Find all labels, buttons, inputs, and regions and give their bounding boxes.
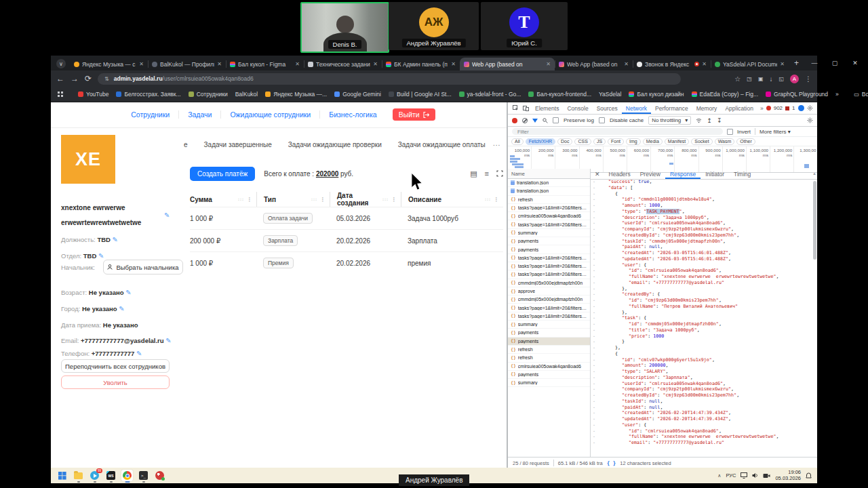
table-row[interactable]: 200 000 ₽Зарплата20.02.2026Зарплата (190, 229, 503, 251)
bookmark-item[interactable]: Бал кукол дизайн (629, 91, 684, 98)
nav-item-Ожидающие сотрудники[interactable]: Ожидающие сотрудники (221, 110, 320, 119)
bookmark-item[interactable]: Яндекс Музыка —... (265, 91, 327, 98)
all-bookmarks-button[interactable]: ▭Все закладки (854, 91, 868, 98)
response-json-view[interactable]: -"success": true,-"data": [-{-"id": "cmm… (591, 179, 817, 457)
language-indicator[interactable]: РУС (726, 472, 736, 479)
reassign-employees-button[interactable]: Переподчинить всех сотрудников (61, 359, 170, 373)
edit-field-icon[interactable]: ✎ (165, 337, 171, 344)
detail-tab-initiator[interactable]: Initiator (701, 169, 729, 179)
network-request-row[interactable]: {}approve (508, 287, 590, 296)
site-settings-icon[interactable]: ⇅ (104, 76, 109, 82)
filter-chip-Img[interactable]: Img (626, 138, 641, 145)
notification-bell-icon[interactable] (806, 472, 812, 479)
more-filters-label[interactable]: More filters ▾ (760, 129, 791, 135)
request-list-header[interactable]: Name (508, 169, 590, 179)
bookmark-item[interactable]: ya-sdelal-front - Go... (459, 91, 521, 98)
forward-icon[interactable]: → (71, 75, 79, 83)
browser-tab[interactable]: Бал кукол - Figma✕ (226, 58, 304, 70)
edit-name-icon[interactable]: ✎ (164, 211, 170, 219)
throttling-select[interactable]: No throttling▾ (648, 116, 691, 125)
edit-field-icon[interactable]: ✎ (98, 252, 104, 260)
bookmark-star-icon[interactable]: ☆ (734, 75, 741, 83)
tab-close-icon[interactable]: ✕ (373, 61, 378, 67)
network-request-row[interactable]: {}tasks?page=1&limit=20&filters%5... (508, 204, 590, 212)
download-icon[interactable]: ↓ (769, 75, 772, 83)
tab-close-icon[interactable]: ✕ (702, 61, 707, 67)
camera-icon[interactable] (763, 473, 770, 479)
taskbar-start-icon[interactable] (56, 470, 68, 481)
record-network-icon[interactable] (512, 118, 517, 123)
apps-grid-icon[interactable] (58, 92, 63, 97)
detail-tab-preview[interactable]: Preview (635, 169, 665, 179)
table-column-header[interactable]: Описание:::⋮ (401, 192, 503, 207)
devtools-settings-gear-icon[interactable] (807, 105, 813, 111)
table-row[interactable]: 1 000 ₽Оплата задачи05.03.2026Задача 100… (190, 207, 503, 229)
maximize-button[interactable]: ▢ (825, 60, 845, 66)
browser-tab[interactable]: YaSdelal API Docume✕ (711, 58, 789, 70)
taskbar-security-icon[interactable] (154, 470, 165, 481)
column-menu-icon[interactable]: ⋮ (494, 197, 499, 203)
filter-chip-JS[interactable]: JS (593, 138, 606, 145)
devtools-tab-sources[interactable]: Sources (593, 102, 622, 114)
tab-close-icon[interactable]: ✕ (217, 61, 222, 67)
network-request-row[interactable]: {}tasks?page=1&limit=20&filters%5... (508, 312, 590, 321)
disable-cache-checkbox[interactable] (599, 117, 605, 123)
network-request-row[interactable]: {}payments (508, 371, 590, 379)
column-menu-icon[interactable]: ⋮ (391, 197, 397, 203)
filter-chip-FetchXHR[interactable]: Fetch/XHR (526, 138, 555, 145)
tab-close-icon[interactable]: ✕ (780, 61, 785, 67)
taskbar-terminal-icon[interactable]: >_ (138, 470, 149, 481)
devtools-tab-elements[interactable]: Elements (531, 102, 563, 114)
filter-chip-Wasm[interactable]: Wasm (715, 138, 735, 145)
edit-field-icon[interactable]: ✎ (125, 289, 131, 296)
network-request-row[interactable]: {}cmmdmj05x000ejdtmapfzh00n (508, 296, 590, 304)
detail-tab-response[interactable]: Response (665, 169, 701, 179)
taskbar-webstorm-icon[interactable]: WS (105, 470, 117, 481)
table-row[interactable]: 1 000 ₽Премия20.02.2026премия (190, 251, 503, 274)
tab-close-icon[interactable]: ✕ (139, 61, 144, 67)
update-available-icon[interactable] (798, 105, 804, 111)
browser-tab[interactable]: БК Админ панель (п✕ (382, 58, 460, 70)
reload-icon[interactable]: ⟳ (85, 75, 92, 83)
create-payment-button[interactable]: Создать платёж (190, 167, 255, 181)
browser-tab[interactable]: Яндекс Музыка — с✕ (70, 58, 148, 70)
minimize-button[interactable]: — (804, 60, 825, 66)
call-participant-tile[interactable]: TЮрий С. (481, 2, 568, 50)
filter-chip-Media[interactable]: Media (643, 138, 663, 145)
filter-chip-Manifest[interactable]: Manifest (665, 138, 689, 145)
nav-item-Задачи[interactable]: Задачи (179, 110, 221, 119)
detail-tab-timing[interactable]: Timing (729, 169, 755, 179)
bookmark-item[interactable]: Google Gemini (334, 91, 381, 98)
close-button[interactable]: ✕ (845, 60, 865, 66)
edit-field-icon[interactable]: ✎ (119, 305, 124, 312)
network-filter-input[interactable]: Filter (512, 128, 723, 135)
drag-handle-icon[interactable]: ::: (382, 197, 389, 201)
browser-profile-avatar[interactable]: A (790, 75, 799, 83)
browser-tab[interactable]: Web App (based on✕ (460, 58, 555, 70)
logout-button[interactable]: Выйти (393, 108, 435, 121)
fire-button[interactable]: Уволить (61, 375, 170, 389)
column-menu-icon[interactable]: ⋮ (320, 197, 326, 203)
tab-close-icon[interactable]: ✕ (546, 61, 551, 67)
filter-chip-Doc[interactable]: Doc (557, 138, 572, 145)
bookmark-item[interactable]: Бал-кукол-frontend... (528, 91, 591, 98)
tabs-overflow-icon[interactable]: ... (493, 140, 500, 147)
response-scrollbar[interactable] (813, 181, 816, 260)
export-har-icon[interactable]: ↧ (717, 117, 722, 124)
devtools-tab-memory[interactable]: Memory (692, 102, 722, 114)
app-tab[interactable]: е (184, 141, 188, 148)
network-request-row[interactable]: translation.json (508, 187, 590, 195)
column-settings-icon[interactable]: ▤ (470, 169, 477, 178)
taskbar-chrome-icon[interactable] (121, 470, 133, 481)
filter-chip-CSS[interactable]: CSS (574, 138, 591, 145)
close-detail-icon[interactable]: ✕ (591, 171, 604, 178)
browser-tab[interactable]: Техническое задани✕ (304, 58, 382, 70)
devtools-tabs-more-icon[interactable]: » (757, 105, 766, 112)
devtools-tab-network[interactable]: Network (622, 102, 651, 114)
filter-chip-Other[interactable]: Other (736, 138, 755, 145)
bookmark-item[interactable]: Сотрудники (189, 91, 228, 98)
drag-handle-icon[interactable]: ::: (311, 197, 317, 201)
network-request-row[interactable]: {}payments (508, 245, 590, 253)
app-tab[interactable]: Задачи завершенные (204, 141, 272, 148)
drag-handle-icon[interactable]: ::: (238, 197, 244, 201)
